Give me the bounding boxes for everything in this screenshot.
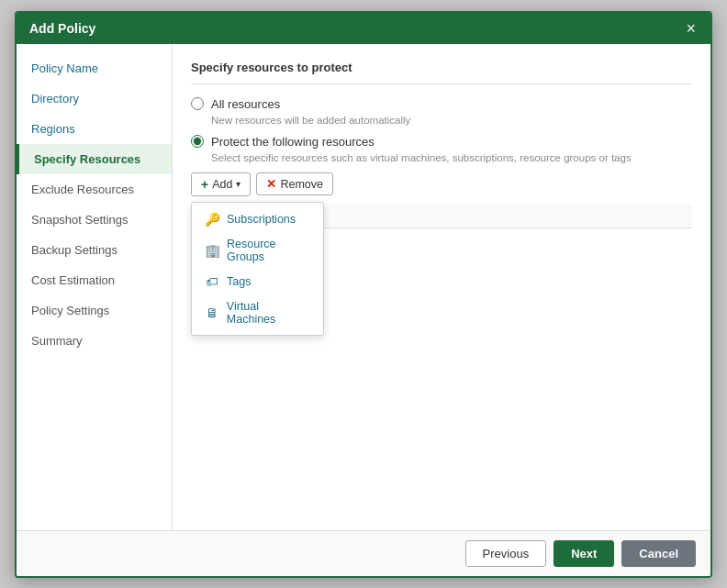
resource-groups-icon: 🏢 [205, 243, 219, 258]
tags-icon: 🏷 [205, 274, 219, 289]
main-content: Specify resources to protect All resourc… [173, 44, 710, 530]
cancel-button[interactable]: Cancel [621, 540, 696, 567]
add-button[interactable]: + Add ▾ [191, 172, 251, 196]
dropdown-item-resource-groups[interactable]: 🏢 Resource Groups [192, 232, 323, 269]
remove-button[interactable]: ✕ Remove [256, 172, 333, 195]
protect-resources-hint: Select specific resources such as virtua… [211, 152, 692, 163]
section-title: Specify resources to protect [191, 61, 692, 84]
sidebar-item-policy-settings: Policy Settings [17, 295, 172, 326]
protect-resources-radio[interactable] [191, 135, 204, 148]
dropdown-item-virtual-machines[interactable]: 🖥 Virtual Machines [192, 294, 323, 331]
dropdown-label-tags: Tags [227, 275, 251, 288]
dropdown-label-virtual-machines: Virtual Machines [227, 300, 310, 326]
add-dropdown-wrapper: + Add ▾ 🔑 Subscriptions 🏢 Resource Group… [191, 172, 251, 196]
plus-icon: + [201, 177, 208, 192]
sidebar-item-specify-resources[interactable]: Specify Resources [17, 144, 172, 174]
protect-resources-row: Protect the following resources [191, 135, 692, 149]
protect-resources-label[interactable]: Protect the following resources [211, 135, 375, 149]
sidebar-item-cost-estimation: Cost Estimation [17, 265, 172, 295]
next-button[interactable]: Next [554, 540, 614, 567]
sidebar-item-regions[interactable]: Regions [17, 114, 172, 144]
sidebar-item-snapshot-settings: Snapshot Settings [17, 205, 172, 235]
protect-resources-group: Protect the following resources Select s… [191, 135, 692, 163]
sidebar-item-summary: Summary [17, 326, 172, 356]
chevron-down-icon: ▾ [236, 179, 240, 189]
sidebar-item-policy-name[interactable]: Policy Name [17, 53, 172, 83]
sidebar: Policy Name Directory Regions Specify Re… [17, 44, 173, 530]
all-resources-row: All resources [191, 97, 692, 111]
dialog-title: Add Policy [29, 21, 95, 36]
subscriptions-icon: 🔑 [205, 212, 219, 227]
remove-button-label: Remove [280, 178, 323, 191]
all-resources-hint: New resources will be added automaticall… [211, 115, 692, 126]
dialog-footer: Previous Next Cancel [17, 530, 710, 576]
toolbar: + Add ▾ 🔑 Subscriptions 🏢 Resource Group… [191, 172, 692, 196]
add-dropdown-menu: 🔑 Subscriptions 🏢 Resource Groups 🏷 Tags [191, 202, 324, 336]
dropdown-item-tags[interactable]: 🏷 Tags [192, 269, 323, 294]
dropdown-item-subscriptions[interactable]: 🔑 Subscriptions [192, 206, 323, 232]
dropdown-label-resource-groups: Resource Groups [227, 238, 310, 263]
add-policy-dialog: Add Policy × Policy Name Directory Regio… [15, 11, 712, 578]
dropdown-label-subscriptions: Subscriptions [227, 213, 296, 226]
all-resources-label[interactable]: All resources [211, 97, 280, 111]
remove-x-icon: ✕ [266, 177, 276, 191]
sidebar-item-exclude-resources: Exclude Resources [17, 174, 172, 205]
dialog-header: Add Policy × [17, 13, 710, 44]
previous-button[interactable]: Previous [465, 540, 547, 567]
all-resources-group: All resources New resources will be adde… [191, 97, 692, 126]
close-button[interactable]: × [684, 20, 698, 37]
all-resources-radio[interactable] [191, 97, 204, 110]
dialog-body: Policy Name Directory Regions Specify Re… [17, 44, 710, 530]
add-button-label: Add [212, 178, 232, 191]
sidebar-item-directory[interactable]: Directory [17, 83, 172, 114]
virtual-machines-icon: 🖥 [205, 305, 219, 320]
sidebar-item-backup-settings: Backup Settings [17, 235, 172, 265]
